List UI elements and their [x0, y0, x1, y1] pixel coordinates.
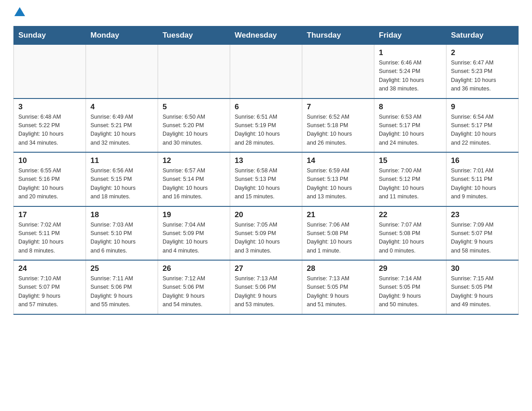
day-cell: 3Sunrise: 6:48 AMSunset: 5:22 PMDaylight…: [14, 98, 86, 153]
day-number: 2: [451, 48, 515, 57]
day-cell: 14Sunrise: 6:59 AMSunset: 5:13 PMDayligh…: [302, 152, 374, 206]
week-row-5: 24Sunrise: 7:10 AMSunset: 5:07 PMDayligh…: [14, 260, 519, 314]
day-cell: 19Sunrise: 7:04 AMSunset: 5:09 PMDayligh…: [158, 206, 230, 261]
day-number: 14: [307, 156, 370, 165]
day-cell: 30Sunrise: 7:15 AMSunset: 5:05 PMDayligh…: [446, 260, 519, 314]
day-cell: 4Sunrise: 6:49 AMSunset: 5:21 PMDaylight…: [86, 98, 158, 153]
day-info: Sunrise: 6:54 AMSunset: 5:17 PMDaylight:…: [451, 113, 515, 148]
day-cell: 17Sunrise: 7:02 AMSunset: 5:11 PMDayligh…: [14, 206, 86, 261]
day-number: 5: [163, 103, 226, 111]
day-number: 21: [307, 210, 370, 219]
day-info: Sunrise: 7:00 AMSunset: 5:12 PMDaylight:…: [379, 167, 442, 201]
day-number: 30: [451, 264, 515, 273]
day-info: Sunrise: 7:11 AMSunset: 5:06 PMDaylight:…: [90, 274, 154, 309]
column-header-monday: Monday: [86, 26, 158, 45]
day-cell: 6Sunrise: 6:51 AMSunset: 5:19 PMDaylight…: [230, 98, 302, 153]
day-cell: 28Sunrise: 7:13 AMSunset: 5:05 PMDayligh…: [302, 260, 374, 314]
day-cell: 12Sunrise: 6:57 AMSunset: 5:14 PMDayligh…: [158, 152, 230, 206]
day-cell: 2Sunrise: 6:47 AMSunset: 5:23 PMDaylight…: [446, 45, 519, 98]
day-info: Sunrise: 7:01 AMSunset: 5:11 PMDaylight:…: [451, 167, 515, 201]
day-number: 11: [90, 156, 154, 165]
day-cell: [14, 45, 86, 98]
calendar-table: SundayMondayTuesdayWednesdayThursdayFrid…: [13, 26, 519, 315]
day-info: Sunrise: 6:57 AMSunset: 5:14 PMDaylight:…: [163, 167, 226, 201]
column-header-saturday: Saturday: [446, 26, 519, 45]
day-cell: 13Sunrise: 6:58 AMSunset: 5:13 PMDayligh…: [230, 152, 302, 206]
column-header-thursday: Thursday: [302, 26, 374, 45]
day-number: 6: [235, 103, 298, 111]
day-cell: 16Sunrise: 7:01 AMSunset: 5:11 PMDayligh…: [446, 152, 519, 206]
day-info: Sunrise: 7:07 AMSunset: 5:08 PMDaylight:…: [379, 221, 442, 256]
day-cell: [158, 45, 230, 98]
day-number: 8: [379, 103, 442, 111]
day-info: Sunrise: 6:52 AMSunset: 5:18 PMDaylight:…: [307, 113, 370, 148]
day-number: 18: [90, 210, 154, 219]
calendar-header-row: SundayMondayTuesdayWednesdayThursdayFrid…: [14, 26, 519, 45]
column-header-wednesday: Wednesday: [230, 26, 302, 45]
day-number: 16: [451, 156, 515, 165]
day-info: Sunrise: 6:46 AMSunset: 5:24 PMDaylight:…: [379, 59, 442, 94]
day-number: 22: [379, 210, 442, 219]
day-info: Sunrise: 6:51 AMSunset: 5:19 PMDaylight:…: [235, 113, 298, 148]
day-cell: 27Sunrise: 7:13 AMSunset: 5:06 PMDayligh…: [230, 260, 302, 314]
day-info: Sunrise: 6:49 AMSunset: 5:21 PMDaylight:…: [90, 113, 154, 148]
week-row-2: 3Sunrise: 6:48 AMSunset: 5:22 PMDaylight…: [14, 98, 519, 153]
day-cell: 15Sunrise: 7:00 AMSunset: 5:12 PMDayligh…: [374, 152, 446, 206]
day-number: 13: [235, 156, 298, 165]
day-cell: 9Sunrise: 6:54 AMSunset: 5:17 PMDaylight…: [446, 98, 519, 153]
page-header: [13, 9, 519, 18]
column-header-friday: Friday: [374, 26, 446, 45]
day-number: 24: [18, 264, 82, 273]
day-info: Sunrise: 7:12 AMSunset: 5:06 PMDaylight:…: [163, 274, 226, 309]
day-number: 7: [307, 103, 370, 111]
day-info: Sunrise: 7:15 AMSunset: 5:05 PMDaylight:…: [451, 274, 515, 309]
column-header-tuesday: Tuesday: [158, 26, 230, 45]
day-cell: 7Sunrise: 6:52 AMSunset: 5:18 PMDaylight…: [302, 98, 374, 153]
day-info: Sunrise: 6:55 AMSunset: 5:16 PMDaylight:…: [18, 167, 82, 201]
day-cell: 22Sunrise: 7:07 AMSunset: 5:08 PMDayligh…: [374, 206, 446, 261]
day-cell: 5Sunrise: 6:50 AMSunset: 5:20 PMDaylight…: [158, 98, 230, 153]
day-cell: 24Sunrise: 7:10 AMSunset: 5:07 PMDayligh…: [14, 260, 86, 314]
day-info: Sunrise: 7:02 AMSunset: 5:11 PMDaylight:…: [18, 221, 82, 256]
week-row-3: 10Sunrise: 6:55 AMSunset: 5:16 PMDayligh…: [14, 152, 519, 206]
day-info: Sunrise: 7:05 AMSunset: 5:09 PMDaylight:…: [235, 221, 298, 256]
day-info: Sunrise: 6:58 AMSunset: 5:13 PMDaylight:…: [235, 167, 298, 201]
day-cell: 23Sunrise: 7:09 AMSunset: 5:07 PMDayligh…: [446, 206, 519, 261]
day-cell: 1Sunrise: 6:46 AMSunset: 5:24 PMDaylight…: [374, 45, 446, 98]
day-number: 27: [235, 264, 298, 273]
day-info: Sunrise: 6:50 AMSunset: 5:20 PMDaylight:…: [163, 113, 226, 148]
day-cell: [230, 45, 302, 98]
day-number: 9: [451, 103, 515, 111]
day-cell: 29Sunrise: 7:14 AMSunset: 5:05 PMDayligh…: [374, 260, 446, 314]
day-info: Sunrise: 7:14 AMSunset: 5:05 PMDaylight:…: [379, 274, 442, 309]
day-cell: 25Sunrise: 7:11 AMSunset: 5:06 PMDayligh…: [86, 260, 158, 314]
day-info: Sunrise: 6:56 AMSunset: 5:15 PMDaylight:…: [90, 167, 154, 201]
day-info: Sunrise: 6:48 AMSunset: 5:22 PMDaylight:…: [18, 113, 82, 148]
day-info: Sunrise: 6:47 AMSunset: 5:23 PMDaylight:…: [451, 59, 515, 94]
day-cell: [86, 45, 158, 98]
logo: [13, 9, 26, 18]
day-cell: [302, 45, 374, 98]
day-number: 17: [18, 210, 82, 219]
day-number: 1: [379, 48, 442, 57]
day-info: Sunrise: 7:10 AMSunset: 5:07 PMDaylight:…: [18, 274, 82, 309]
day-number: 12: [163, 156, 226, 165]
day-number: 28: [307, 264, 370, 273]
day-info: Sunrise: 7:04 AMSunset: 5:09 PMDaylight:…: [163, 221, 226, 256]
day-number: 26: [163, 264, 226, 273]
day-info: Sunrise: 6:59 AMSunset: 5:13 PMDaylight:…: [307, 167, 370, 201]
day-info: Sunrise: 7:09 AMSunset: 5:07 PMDaylight:…: [451, 221, 515, 256]
day-number: 20: [235, 210, 298, 219]
day-info: Sunrise: 7:06 AMSunset: 5:08 PMDaylight:…: [307, 221, 370, 256]
day-info: Sunrise: 6:53 AMSunset: 5:17 PMDaylight:…: [379, 113, 442, 148]
day-info: Sunrise: 7:03 AMSunset: 5:10 PMDaylight:…: [90, 221, 154, 256]
logo-triangle-icon: [14, 7, 25, 16]
day-number: 23: [451, 210, 515, 219]
day-info: Sunrise: 7:13 AMSunset: 5:06 PMDaylight:…: [235, 274, 298, 309]
day-number: 29: [379, 264, 442, 273]
day-cell: 11Sunrise: 6:56 AMSunset: 5:15 PMDayligh…: [86, 152, 158, 206]
day-number: 15: [379, 156, 442, 165]
day-info: Sunrise: 7:13 AMSunset: 5:05 PMDaylight:…: [307, 274, 370, 309]
day-number: 25: [90, 264, 154, 273]
day-number: 4: [90, 103, 154, 111]
